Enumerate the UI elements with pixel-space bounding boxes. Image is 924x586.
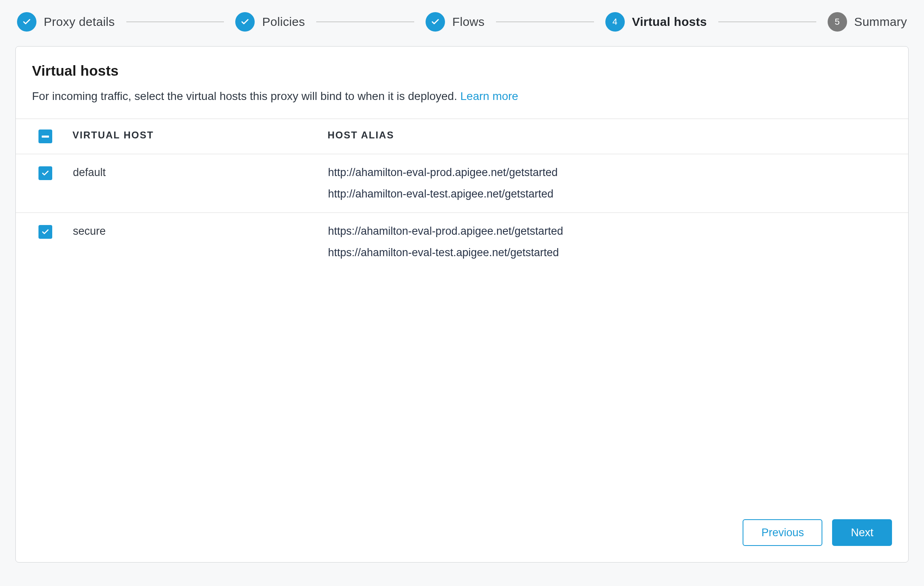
step-flows[interactable]: Flows (426, 12, 485, 32)
previous-button[interactable]: Previous (743, 519, 822, 546)
panel-description: For incoming traffic, select the virtual… (32, 88, 892, 105)
step-proxy-details[interactable]: Proxy details (17, 12, 115, 32)
learn-more-link[interactable]: Learn more (460, 90, 518, 102)
step-label: Summary (854, 15, 907, 29)
check-icon (426, 12, 445, 32)
step-connector (496, 21, 594, 22)
panel-header: Virtual hosts For incoming traffic, sele… (16, 47, 908, 119)
step-number-badge: 4 (605, 12, 625, 32)
row-checkbox[interactable] (38, 166, 52, 180)
step-number-badge: 5 (828, 12, 847, 32)
wizard-stepper: Proxy details Policies Flows 4 Virtual h… (15, 12, 909, 32)
step-label: Flows (452, 15, 485, 29)
column-header-virtual-host[interactable]: VIRTUAL HOST (72, 119, 328, 154)
host-alias: https://ahamilton-eval-prod.apigee.net/g… (328, 225, 892, 238)
proxy-wizard-page: Proxy details Policies Flows 4 Virtual h… (0, 0, 924, 579)
next-button[interactable]: Next (832, 519, 892, 546)
step-connector (718, 21, 816, 22)
step-connector (316, 21, 414, 22)
step-policies[interactable]: Policies (235, 12, 305, 32)
table-row[interactable]: secure https://ahamilton-eval-prod.apige… (16, 213, 908, 272)
panel-footer: Previous Next (16, 507, 908, 562)
step-label: Proxy details (44, 15, 115, 29)
step-connector (126, 21, 224, 22)
check-icon (17, 12, 36, 32)
virtual-hosts-panel: Virtual hosts For incoming traffic, sele… (15, 46, 909, 563)
step-label: Policies (262, 15, 305, 29)
host-alias-list: https://ahamilton-eval-prod.apigee.net/g… (328, 225, 892, 259)
panel-title: Virtual hosts (32, 63, 892, 79)
step-summary[interactable]: 5 Summary (828, 12, 907, 32)
step-label: Virtual hosts (632, 15, 707, 29)
row-checkbox[interactable] (38, 225, 52, 239)
table-row[interactable]: default http://ahamilton-eval-prod.apige… (16, 154, 908, 213)
step-virtual-hosts[interactable]: 4 Virtual hosts (605, 12, 707, 32)
select-all-checkbox[interactable] (38, 130, 52, 143)
host-alias: http://ahamilton-eval-test.apigee.net/ge… (328, 188, 892, 200)
virtual-host-name: default (72, 154, 328, 213)
host-alias: http://ahamilton-eval-prod.apigee.net/ge… (328, 166, 892, 179)
panel-description-text: For incoming traffic, select the virtual… (32, 90, 460, 102)
virtual-hosts-table: VIRTUAL HOST HOST ALIAS default http://a… (16, 119, 908, 271)
column-header-host-alias[interactable]: HOST ALIAS (328, 119, 908, 154)
check-icon (235, 12, 255, 32)
virtual-host-name: secure (72, 213, 328, 272)
host-alias: https://ahamilton-eval-test.apigee.net/g… (328, 246, 892, 259)
host-alias-list: http://ahamilton-eval-prod.apigee.net/ge… (328, 166, 892, 200)
